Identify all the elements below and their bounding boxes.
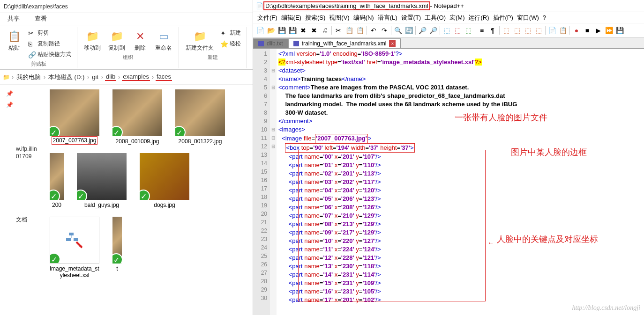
- close-tab-icon[interactable]: ×: [389, 40, 396, 47]
- play-icon[interactable]: ▶: [593, 25, 603, 36]
- redo-icon[interactable]: ↷: [379, 25, 389, 36]
- delete-icon: ✕: [133, 29, 148, 44]
- breadcrumb[interactable]: 📁 › 我的电脑› 本地磁盘 (D:)› git› dlib› examples…: [0, 70, 253, 85]
- file-item[interactable]: ✓ 2007_007763.jpg: [50, 89, 99, 145]
- menu-tools[interactable]: 工具(O): [423, 14, 447, 22]
- func-list-icon[interactable]: 📋: [558, 25, 568, 36]
- bc-examples[interactable]: examples: [122, 73, 150, 81]
- menu-search[interactable]: 搜索(S): [304, 14, 327, 22]
- menu-window[interactable]: 窗口(W): [516, 14, 540, 22]
- menu-encoding[interactable]: 编码(N): [352, 14, 375, 22]
- ribbon-group-organize: 📁移动到 📁复制到 ✕删除 ▭重命名 组织: [77, 27, 179, 68]
- bc-computer[interactable]: 我的电脑: [15, 73, 42, 81]
- paste-button[interactable]: 📋 粘贴: [4, 28, 24, 53]
- menu-edit[interactable]: 编辑(E): [280, 14, 303, 22]
- file-tab[interactable]: dlib.txt: [253, 38, 288, 48]
- file-tab[interactable]: training_with_face_landmarks.xml ×: [288, 38, 401, 48]
- move-to-button[interactable]: 📁移动到: [81, 28, 104, 53]
- sync-icon[interactable]: ⬚: [442, 25, 452, 36]
- new-folder-button[interactable]: 📁新建文件夹: [183, 28, 217, 53]
- file-name: dogs.jpg: [154, 200, 175, 208]
- close-icon[interactable]: ✖: [298, 25, 308, 36]
- up-icon[interactable]: 📁: [3, 74, 10, 81]
- zoom-in-icon[interactable]: 🔎: [417, 25, 427, 36]
- file-item[interactable]: ✓ image_metadata_stylesheet.xsl: [50, 217, 99, 278]
- pin-icon[interactable]: 📌: [6, 102, 13, 108]
- bc-git[interactable]: git: [91, 73, 99, 81]
- tab-view[interactable]: 查看: [27, 13, 54, 25]
- comment-icon[interactable]: ⬚: [533, 25, 544, 36]
- npp-menu-bar: 文件(F) 编辑(E) 搜索(S) 视图(V) 编码(N) 语言(L) 设置(T…: [253, 12, 644, 23]
- annotation: 人脸中的关键点及对应坐标: [497, 235, 598, 243]
- fold-column[interactable]: ││⊟│⊟│││ ⊟⊟⊟││││││││││││││││││: [270, 49, 277, 315]
- wrap-icon[interactable]: ⬚: [452, 25, 463, 36]
- rename-button[interactable]: ▭重命名: [152, 28, 175, 53]
- bc-faces[interactable]: faces: [156, 73, 172, 81]
- code-content[interactable]: <?xml version='1.0' encoding='ISO-8859-1…: [277, 49, 644, 315]
- cut-button[interactable]: ✂剪切: [26, 28, 73, 38]
- indent-icon[interactable]: ≡: [477, 25, 487, 36]
- fold-icon[interactable]: ⬚: [512, 25, 522, 36]
- copy-to-button[interactable]: 📁复制到: [105, 28, 128, 53]
- paste-icon[interactable]: 📋: [355, 25, 365, 36]
- sidebar-clips: w.ifp.illin 01709 文档: [16, 89, 50, 310]
- file-item[interactable]: ✓ 2008_001009.jpg: [112, 89, 162, 145]
- menu-file[interactable]: 文件(F): [256, 14, 279, 22]
- bc-dlib[interactable]: dlib: [105, 73, 116, 81]
- delete-button[interactable]: ✕删除: [130, 28, 150, 53]
- record-icon[interactable]: ●: [571, 25, 582, 36]
- chars-icon[interactable]: ⬚: [463, 25, 473, 36]
- svg-rect-0: [69, 233, 74, 235]
- menu-plugins[interactable]: 插件(P): [492, 14, 515, 22]
- new-file-icon[interactable]: 📄: [255, 25, 265, 36]
- copy-path-button[interactable]: ⎘复制路径: [26, 39, 73, 49]
- stop-icon[interactable]: ■: [582, 25, 592, 36]
- folder-move-icon: 📁: [85, 29, 100, 44]
- pin-icon[interactable]: 📌: [6, 90, 13, 97]
- easy-icon: ⭐: [220, 40, 228, 48]
- bc-drive[interactable]: 本地磁盘 (D:): [47, 73, 85, 81]
- check-icon: ✓: [50, 190, 60, 200]
- file-name: bald_guys.jpg: [84, 200, 119, 208]
- find-icon[interactable]: 🔍: [393, 25, 403, 36]
- disk-icon: [258, 41, 264, 46]
- menu-settings[interactable]: 设置(T): [400, 14, 423, 22]
- editor-area[interactable]: 1234567891011121314151617181920212223242…: [253, 49, 644, 315]
- file-item[interactable]: ✓ dogs.jpg: [140, 153, 189, 208]
- line-numbers: 1234567891011121314151617181920212223242…: [253, 49, 270, 315]
- menu-macro[interactable]: 宏(M): [448, 14, 466, 22]
- menu-run[interactable]: 运行(R): [467, 14, 490, 22]
- paste-shortcut-button[interactable]: 🔗粘贴快捷方式: [26, 50, 73, 59]
- file-name: 200: [52, 200, 61, 208]
- new-item-button[interactable]: ✦新建: [218, 28, 243, 38]
- cut-icon[interactable]: ✂: [333, 25, 344, 36]
- zoom-out-icon[interactable]: 🔎: [428, 25, 438, 36]
- open-icon[interactable]: 📂: [266, 25, 276, 36]
- file-item[interactable]: ✓ t: [112, 217, 122, 278]
- file-item[interactable]: ✓ 2008_001322.jpg: [175, 89, 225, 145]
- print-icon[interactable]: 🖨: [320, 25, 330, 36]
- save-icon[interactable]: 💾: [277, 25, 287, 36]
- copy-icon[interactable]: 📋: [344, 25, 354, 36]
- replace-icon[interactable]: 🔄: [404, 25, 414, 36]
- indent-guide-icon[interactable]: ⬚: [501, 25, 511, 36]
- save-macro-icon[interactable]: 💾: [614, 25, 625, 36]
- func-icon[interactable]: ¶: [487, 25, 498, 36]
- check-icon: ✓: [50, 253, 60, 264]
- menu-help[interactable]: ?: [541, 14, 547, 21]
- file-item[interactable]: ✓ bald_guys.jpg: [77, 153, 127, 208]
- unfold-icon[interactable]: ⬚: [523, 25, 533, 36]
- doc-map-icon[interactable]: 📄: [547, 25, 557, 36]
- check-icon: ✓: [50, 126, 60, 136]
- tab-share[interactable]: 共享: [0, 13, 27, 25]
- close-all-icon[interactable]: ✖: [309, 25, 319, 36]
- undo-icon[interactable]: ↶: [368, 25, 379, 36]
- thumbnail: ✓: [112, 217, 122, 264]
- menu-view[interactable]: 视图(V): [328, 14, 351, 22]
- save-all-icon[interactable]: 💾: [287, 25, 298, 36]
- menu-language[interactable]: 语言(L): [376, 14, 399, 22]
- playn-icon[interactable]: ⏩: [604, 25, 614, 36]
- check-icon: ✓: [77, 190, 87, 200]
- easy-access-button[interactable]: ⭐轻松: [218, 39, 243, 49]
- file-item[interactable]: ✓ 200: [50, 153, 64, 208]
